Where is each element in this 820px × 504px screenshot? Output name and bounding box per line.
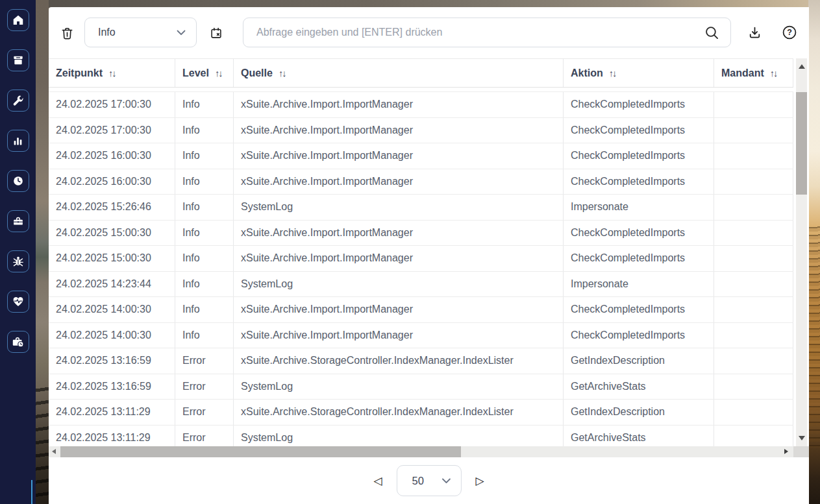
table-row[interactable]: 24.02.2025 16:00:30InfoxSuite.Archive.Im… (49, 143, 793, 169)
content-panel: Info (49, 7, 809, 504)
chevron-down-icon (441, 478, 451, 484)
sidebar (0, 0, 36, 504)
table-header: Zeitpunkt ↑↓ Level ↑↓ Quelle ↑↓ Aktion ↑… (49, 58, 793, 88)
scroll-down-arrow[interactable] (799, 436, 805, 440)
cell-quelle: xSuite.Archive.Import.ImportManager (234, 143, 564, 169)
trash-icon (60, 26, 75, 41)
table-row[interactable]: 24.02.2025 14:00:30InfoxSuite.Archive.Im… (49, 323, 793, 349)
table-row[interactable]: 24.02.2025 16:00:30InfoxSuite.Archive.Im… (49, 169, 793, 195)
table-row[interactable]: 24.02.2025 17:00:30InfoxSuite.Archive.Im… (49, 118, 793, 144)
next-page-button[interactable]: ▷ (473, 473, 487, 489)
cell-aktion: CheckCompletedImports (564, 323, 714, 348)
bar-chart-icon (12, 135, 24, 147)
table-row[interactable]: 24.02.2025 14:00:30InfoxSuite.Archive.Im… (49, 297, 793, 323)
table-row[interactable]: 24.02.2025 14:23:44InfoSystemLogImperson… (49, 272, 793, 298)
chevron-down-icon (177, 30, 186, 36)
sidebar-item-statistics[interactable] (7, 130, 29, 152)
cell-quelle: xSuite.Archive.Import.ImportManager (234, 297, 564, 322)
sidebar-item-scheduled-jobs[interactable] (7, 331, 29, 353)
cell-level: Info (175, 169, 234, 195)
previous-page-button[interactable]: ◁ (371, 473, 384, 489)
cell-level: Info (175, 195, 234, 220)
cell-aktion: CheckCompletedImports (564, 297, 714, 322)
sidebar-item-archive[interactable] (7, 49, 29, 71)
cell-level: Info (175, 221, 234, 246)
cell-zeitpunkt: 24.02.2025 14:00:30 (49, 323, 175, 348)
cell-zeitpunkt: 24.02.2025 17:00:30 (49, 92, 175, 117)
scroll-left-arrow[interactable] (52, 449, 56, 454)
cell-mandant (714, 118, 793, 143)
cell-aktion: GetIndexDescription (564, 400, 714, 425)
cell-level: Info (175, 323, 234, 348)
cell-quelle: xSuite.Archive.Import.ImportManager (234, 221, 564, 246)
search-icon (704, 25, 720, 41)
search-input[interactable] (243, 27, 701, 38)
cell-quelle: SystemLog (234, 272, 564, 297)
svg-text:?: ? (787, 28, 792, 37)
date-filter-button[interactable] (207, 24, 225, 42)
sidebar-item-tools[interactable] (7, 90, 29, 112)
help-button[interactable]: ? (780, 23, 799, 42)
table-row[interactable]: 24.02.2025 13:11:29ErrorSystemLogGetArch… (49, 426, 793, 447)
cell-aktion: GetArchiveStats (564, 426, 714, 447)
column-label: Level (182, 67, 209, 79)
cell-mandant (714, 400, 793, 425)
column-header-level[interactable]: Level ↑↓ (175, 59, 234, 87)
cell-mandant (714, 195, 793, 220)
cell-zeitpunkt: 24.02.2025 16:00:30 (49, 169, 175, 195)
cell-zeitpunkt: 24.02.2025 14:23:44 (49, 272, 175, 297)
table-row[interactable]: 24.02.2025 17:00:30InfoxSuite.Archive.Im… (49, 92, 793, 118)
horizontal-scrollbar[interactable] (49, 446, 793, 457)
table-row[interactable]: 24.02.2025 13:16:59ErrorSystemLogGetArch… (49, 374, 793, 400)
help-icon: ? (781, 24, 798, 41)
bug-icon (12, 255, 25, 268)
table-row[interactable]: 24.02.2025 15:00:30InfoxSuite.Archive.Im… (49, 221, 793, 246)
cell-zeitpunkt: 24.02.2025 17:00:30 (49, 118, 175, 143)
cell-quelle: SystemLog (234, 426, 564, 447)
cell-zeitpunkt: 24.02.2025 15:26:46 (49, 195, 175, 220)
cell-mandant (714, 143, 793, 169)
sidebar-item-history[interactable] (7, 170, 29, 192)
cell-quelle: xSuite.Archive.Import.ImportManager (234, 118, 564, 143)
page-size-dropdown[interactable]: 50 (397, 465, 462, 496)
cell-quelle: SystemLog (234, 374, 564, 400)
sort-icon: ↑↓ (215, 68, 222, 78)
scroll-right-arrow[interactable] (784, 449, 788, 454)
sidebar-item-debug[interactable] (7, 250, 29, 272)
cell-level: Info (175, 272, 234, 297)
cell-mandant (714, 426, 793, 447)
table-row[interactable]: 24.02.2025 13:16:59ErrorxSuite.Archive.S… (49, 348, 793, 374)
sidebar-item-toolbox[interactable] (7, 210, 29, 232)
cell-aktion: CheckCompletedImports (564, 169, 714, 195)
cell-zeitpunkt: 24.02.2025 13:11:29 (49, 400, 175, 425)
cell-aktion: GetIndexDescription (564, 348, 714, 374)
column-header-zeitpunkt[interactable]: Zeitpunkt ↑↓ (49, 59, 175, 87)
vertical-scrollbar[interactable] (793, 58, 809, 446)
cell-level: Info (175, 143, 234, 169)
search-button[interactable] (701, 25, 730, 41)
cell-quelle: SystemLog (234, 195, 564, 220)
delete-logs-button[interactable] (58, 24, 76, 42)
sidebar-item-home[interactable] (7, 9, 29, 31)
table-row[interactable]: 24.02.2025 15:26:46InfoSystemLogImperson… (49, 195, 793, 221)
level-filter-dropdown[interactable]: Info (84, 18, 197, 47)
horizontal-scrollbar-thumb[interactable] (60, 446, 461, 457)
cell-aktion: CheckCompletedImports (564, 221, 714, 246)
column-header-quelle[interactable]: Quelle ↑↓ (234, 59, 564, 87)
cell-quelle: xSuite.Archive.Import.ImportManager (234, 92, 564, 117)
scroll-up-arrow[interactable] (799, 64, 805, 69)
column-header-mandant[interactable]: Mandant ↑↓ (714, 59, 793, 87)
vertical-scrollbar-thumb[interactable] (796, 92, 807, 195)
sort-icon: ↑↓ (770, 68, 777, 78)
cell-aktion: CheckCompletedImports (564, 143, 714, 169)
cell-quelle: xSuite.Archive.Import.ImportManager (234, 246, 564, 271)
cell-mandant (714, 374, 793, 400)
sidebar-item-health[interactable] (7, 291, 29, 313)
table-row[interactable]: 24.02.2025 15:00:30InfoxSuite.Archive.Im… (49, 246, 793, 272)
sort-icon: ↑↓ (108, 68, 116, 78)
table-row[interactable]: 24.02.2025 13:11:29ErrorxSuite.Archive.S… (49, 400, 793, 426)
download-button[interactable] (745, 23, 764, 42)
cell-zeitpunkt: 24.02.2025 13:11:29 (49, 426, 175, 447)
column-header-aktion[interactable]: Aktion ↑↓ (564, 59, 714, 87)
log-table-body: 24.02.2025 17:00:30InfoxSuite.Archive.Im… (49, 88, 793, 446)
